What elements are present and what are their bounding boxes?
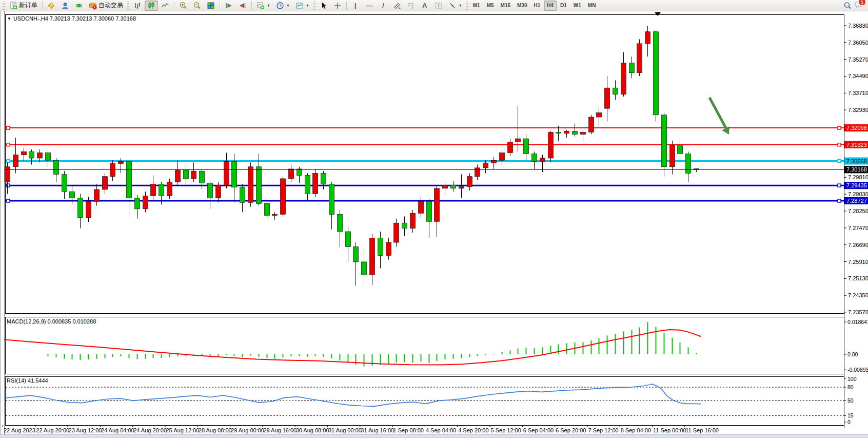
trendline-tool[interactable]: / xyxy=(377,1,390,11)
auto-trading-button[interactable]: 自动交易 xyxy=(86,1,126,11)
horizontal-line-tool[interactable]: — xyxy=(363,1,376,11)
svg-text:4 Sep 20:00: 4 Sep 20:00 xyxy=(458,427,488,433)
text-tool[interactable]: A xyxy=(418,1,431,11)
chart-title: ▼USDCNH-,H4 7.30213 7.30213 7.30060 7.30… xyxy=(7,15,136,22)
chat-badge: 1 xyxy=(858,0,866,6)
svg-text:22 Aug 2023: 22 Aug 2023 xyxy=(4,427,35,433)
auto-scroll-button[interactable] xyxy=(222,1,235,11)
toolbar-grip xyxy=(313,2,315,10)
macd-indicator-label: MACD(12,26,9) 0.000835 0.010288 xyxy=(7,318,96,325)
tile-windows-button[interactable] xyxy=(204,1,218,11)
toolbar-grip xyxy=(3,2,5,10)
chart-shift-icon xyxy=(239,2,247,10)
svg-text:11 Sep 16:00: 11 Sep 16:00 xyxy=(685,427,719,433)
chart-canvas[interactable]: 7.368307.360507.352707.344907.337107.329… xyxy=(0,11,868,438)
toolbar-grip xyxy=(127,2,129,10)
chart-window[interactable]: 7.368307.360507.352707.344907.337107.329… xyxy=(0,11,868,438)
svg-text:0: 0 xyxy=(847,419,851,425)
dropdown-caret: ▼ xyxy=(286,4,290,7)
timeframe-m30[interactable]: M30 xyxy=(514,1,530,11)
zoom-out-icon xyxy=(193,2,201,10)
channel-tool[interactable]: E xyxy=(390,1,404,11)
svg-text:15: 15 xyxy=(847,412,854,418)
window-bottom-edge xyxy=(0,434,868,438)
svg-text:31 Aug 00:00: 31 Aug 00:00 xyxy=(328,427,362,433)
bar-chart-button[interactable] xyxy=(131,1,144,11)
line-chart-button[interactable] xyxy=(159,1,172,11)
clock-icon xyxy=(276,2,284,10)
svg-text:7.25910: 7.25910 xyxy=(848,259,868,265)
separator xyxy=(174,2,174,10)
zoom-in-icon xyxy=(179,2,187,10)
svg-text:100: 100 xyxy=(847,376,857,382)
fibonacci-tool[interactable]: F xyxy=(404,1,418,11)
dropdown-caret: ▼ xyxy=(267,4,270,7)
profile-icon xyxy=(61,2,69,10)
zoom-in-button[interactable] xyxy=(176,1,190,11)
svg-text:7.29810: 7.29810 xyxy=(848,174,868,180)
pane-frames xyxy=(6,15,844,426)
svg-text:T: T xyxy=(437,4,440,8)
svg-text:24 Aug 20:00: 24 Aug 20:00 xyxy=(133,427,167,433)
svg-text:0.018641: 0.018641 xyxy=(847,319,868,325)
trendline-icon: / xyxy=(379,2,387,9)
chart-shift-button[interactable] xyxy=(236,1,249,11)
candlestick-icon xyxy=(147,2,155,10)
svg-text:7.36050: 7.36050 xyxy=(848,40,868,46)
svg-text:7.28250: 7.28250 xyxy=(848,208,868,214)
svg-text:7.26690: 7.26690 xyxy=(848,242,868,248)
svg-text:-0.008934: -0.008934 xyxy=(847,367,868,373)
timeframe-mn[interactable]: MN xyxy=(585,1,599,11)
crosshair-button[interactable] xyxy=(331,1,344,11)
svg-text:4 Sep 04:00: 4 Sep 04:00 xyxy=(426,427,456,433)
templates-button[interactable]: ▼ xyxy=(293,1,312,11)
timeframe-h4[interactable]: H4 xyxy=(544,1,557,11)
svg-text:7.34490: 7.34490 xyxy=(848,73,868,79)
svg-text:7.25130: 7.25130 xyxy=(848,275,868,281)
svg-text:24 Aug 04:00: 24 Aug 04:00 xyxy=(101,427,134,433)
navigator-button[interactable] xyxy=(72,1,86,11)
arrows-tool[interactable]: ▼ xyxy=(446,1,465,11)
crosshair-icon xyxy=(333,2,342,10)
text-label-tool[interactable]: T xyxy=(432,1,445,11)
cursor-button[interactable] xyxy=(317,1,330,11)
new-order-button[interactable]: 新订单 xyxy=(7,1,40,11)
svg-text:7.33710: 7.33710 xyxy=(848,90,868,96)
svg-text:7.32930: 7.32930 xyxy=(848,107,868,113)
candlestick-chart-button[interactable] xyxy=(145,1,158,11)
data-window-button[interactable] xyxy=(58,1,72,11)
auto-trading-label: 自动交易 xyxy=(98,1,123,10)
indicators-button[interactable]: ▼ xyxy=(254,1,273,11)
timeframe-w1[interactable]: W1 xyxy=(570,1,584,11)
zoom-out-button[interactable] xyxy=(190,1,204,11)
svg-text:7.28727: 7.28727 xyxy=(846,198,867,204)
timeframe-m15[interactable]: M15 xyxy=(498,1,514,11)
svg-text:7.30568: 7.30568 xyxy=(846,158,867,164)
dropdown-caret: ▼ xyxy=(459,4,462,7)
svg-text:30 Aug 08:00: 30 Aug 08:00 xyxy=(296,427,329,433)
indicators-icon xyxy=(257,2,265,10)
periods-button[interactable]: ▼ xyxy=(273,1,292,11)
search-icon[interactable] xyxy=(843,2,852,10)
svg-text:5 Sep 12:00: 5 Sep 12:00 xyxy=(491,427,521,433)
svg-text:7.36830: 7.36830 xyxy=(848,23,868,29)
svg-text:E: E xyxy=(399,6,401,9)
tile-windows-icon xyxy=(207,2,215,10)
timeframe-m1[interactable]: M1 xyxy=(470,1,483,11)
timeframe-m5[interactable]: M5 xyxy=(484,1,497,11)
notifications-chat[interactable]: 1 xyxy=(855,1,863,11)
timeframe-d1[interactable]: D1 xyxy=(557,1,570,11)
svg-text:0.00: 0.00 xyxy=(847,351,858,357)
separator xyxy=(220,2,220,10)
timeframe-h1[interactable]: H1 xyxy=(530,1,543,11)
fibonacci-icon: F xyxy=(407,2,415,10)
market-watch-button[interactable] xyxy=(45,1,58,11)
time-axis: 22 Aug 202322 Aug 20:0023 Aug 12:0024 Au… xyxy=(3,425,719,433)
vertical-line-tool[interactable]: | xyxy=(349,1,362,11)
chart-title-text: USDCNH-,H4 7.30213 7.30213 7.30060 7.301… xyxy=(13,15,136,22)
collapse-triangle-icon[interactable]: ▼ xyxy=(7,16,11,21)
svg-text:F: F xyxy=(412,6,414,10)
cursor-icon xyxy=(320,2,328,10)
new-order-icon xyxy=(9,2,17,10)
svg-text:6 Sep 04:00: 6 Sep 04:00 xyxy=(523,427,554,433)
